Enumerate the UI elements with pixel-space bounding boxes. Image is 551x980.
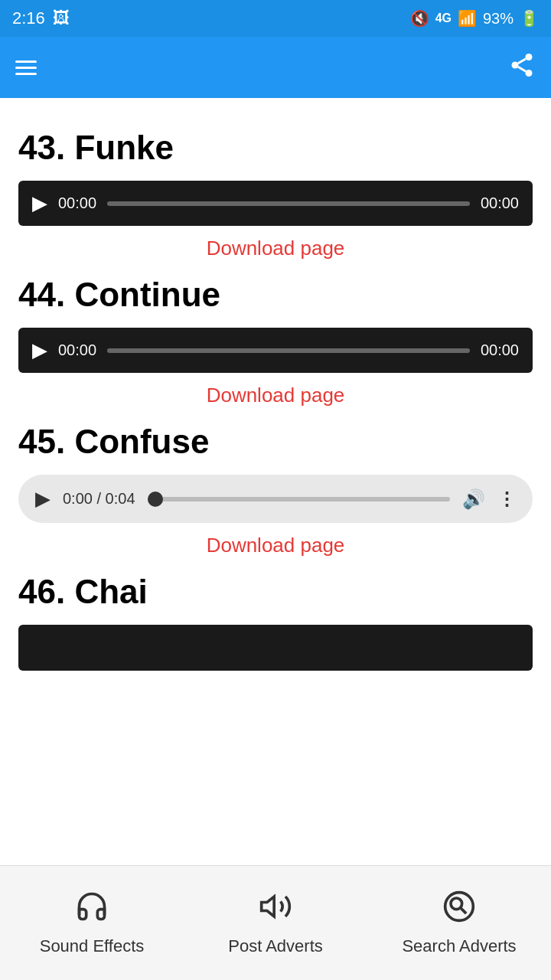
share-icon bbox=[508, 51, 536, 79]
sound-item-45: 45. Confuse ▶ 0:00 / 0:04 🔊 ⋮ Download p… bbox=[18, 423, 533, 557]
svg-marker-5 bbox=[262, 897, 275, 916]
battery-icon: 🔋 bbox=[520, 9, 539, 28]
content-area: 43. Funke ▶ 00:00 00:00 Download page 44… bbox=[0, 98, 551, 793]
volume-icon-45[interactable]: 🔊 bbox=[462, 488, 485, 510]
download-link-45[interactable]: Download page bbox=[18, 534, 533, 557]
audio-player-44: ▶ 00:00 00:00 bbox=[18, 328, 533, 373]
sound-item-46: 46. Chai bbox=[18, 573, 533, 671]
status-bar: 2:16 🖼 🔇 4G 📶 93% 🔋 bbox=[0, 0, 551, 37]
nav-sound-effects[interactable]: Sound Effects bbox=[1, 880, 183, 965]
download-link-44[interactable]: Download page bbox=[18, 384, 533, 407]
svg-point-1 bbox=[512, 61, 519, 68]
menu-button[interactable] bbox=[15, 60, 37, 75]
bottom-navigation: Sound Effects Post Adverts Search Advert… bbox=[0, 865, 551, 980]
network-4g-icon: 4G bbox=[435, 11, 452, 25]
sound-title-46: 46. Chai bbox=[18, 573, 533, 611]
sound-item-43: 43. Funke ▶ 00:00 00:00 Download page bbox=[18, 129, 533, 260]
download-link-43[interactable]: Download page bbox=[18, 237, 533, 260]
nav-search-adverts[interactable]: Search Adverts bbox=[368, 880, 550, 965]
nav-sound-effects-label: Sound Effects bbox=[40, 936, 145, 956]
more-options-icon-45[interactable]: ⋮ bbox=[497, 488, 516, 510]
progress-thumb-45 bbox=[148, 492, 163, 507]
signal-icon: 📶 bbox=[458, 9, 477, 28]
svg-line-3 bbox=[518, 67, 526, 71]
megaphone-icon bbox=[259, 890, 292, 930]
svg-point-0 bbox=[526, 54, 533, 60]
progress-bar-44[interactable] bbox=[107, 348, 470, 353]
status-bar-left: 2:16 🖼 bbox=[12, 8, 70, 28]
svg-point-6 bbox=[445, 893, 474, 921]
time-start-44: 00:00 bbox=[58, 341, 96, 359]
nav-post-adverts[interactable]: Post Adverts bbox=[184, 880, 367, 965]
mute-icon: 🔇 bbox=[410, 9, 429, 28]
play-button-45[interactable]: ▶ bbox=[35, 487, 51, 511]
time-start-43: 00:00 bbox=[58, 194, 96, 212]
sound-title-43: 43. Funke bbox=[18, 129, 533, 167]
svg-line-4 bbox=[518, 58, 526, 63]
photo-icon: 🖼 bbox=[53, 8, 70, 28]
svg-point-2 bbox=[526, 70, 533, 77]
status-bar-right: 🔇 4G 📶 93% 🔋 bbox=[410, 9, 539, 28]
nav-search-adverts-label: Search Adverts bbox=[402, 936, 516, 956]
sound-title-44: 44. Continue bbox=[18, 276, 533, 314]
time-end-43: 00:00 bbox=[481, 194, 519, 212]
svg-point-7 bbox=[451, 898, 462, 910]
battery-label: 93% bbox=[483, 10, 514, 28]
sound-item-44: 44. Continue ▶ 00:00 00:00 Download page bbox=[18, 276, 533, 407]
svg-line-8 bbox=[461, 908, 466, 913]
audio-player-45: ▶ 0:00 / 0:04 🔊 ⋮ bbox=[18, 475, 533, 523]
audio-player-43: ▶ 00:00 00:00 bbox=[18, 181, 533, 226]
time-display-45: 0:00 / 0:04 bbox=[63, 490, 135, 508]
time-end-44: 00:00 bbox=[481, 341, 519, 359]
headphones-icon bbox=[75, 890, 109, 930]
progress-bar-45[interactable] bbox=[148, 497, 450, 501]
play-button-44[interactable]: ▶ bbox=[32, 338, 47, 362]
sound-title-45: 45. Confuse bbox=[18, 423, 533, 461]
share-button[interactable] bbox=[508, 51, 536, 84]
progress-bar-43[interactable] bbox=[107, 201, 470, 206]
audio-player-46-partial bbox=[18, 625, 533, 671]
play-button-43[interactable]: ▶ bbox=[32, 191, 47, 215]
time-display: 2:16 bbox=[12, 8, 45, 28]
app-bar bbox=[0, 37, 551, 98]
search-circle-icon bbox=[442, 890, 476, 930]
nav-post-adverts-label: Post Adverts bbox=[228, 936, 323, 956]
